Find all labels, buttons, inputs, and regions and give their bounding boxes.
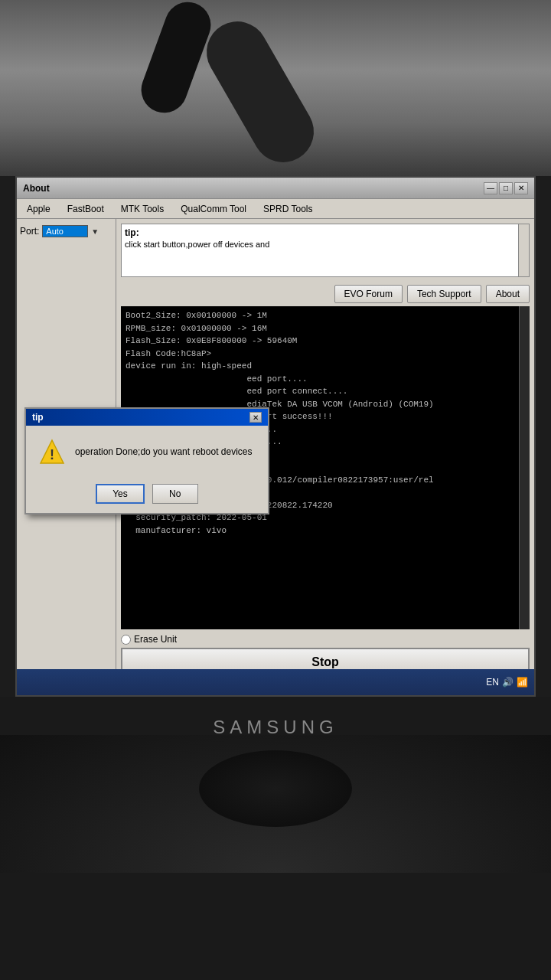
monitor-bezel: About — □ ✕ Apple FastBoot MTK Tools Qua… xyxy=(0,176,551,735)
dialog-box: tip ✕ ! operation Done;do you want reboo… xyxy=(24,407,269,514)
dialog-title-bar: tip ✕ xyxy=(26,409,268,426)
dialog-overlay: tip ✕ ! operation Done;do you want reboo… xyxy=(17,178,534,695)
screen: About — □ ✕ Apple FastBoot MTK Tools Qua… xyxy=(15,176,536,697)
dialog-close-button[interactable]: ✕ xyxy=(249,412,262,423)
monitor-stand xyxy=(0,735,551,873)
dialog-message: operation Done;do you want reboot device… xyxy=(75,446,253,457)
dialog-title: tip xyxy=(32,412,44,423)
dialog-content: ! operation Done;do you want reboot devi… xyxy=(26,426,268,478)
photo-background xyxy=(0,0,551,176)
dialog-no-button[interactable]: No xyxy=(152,484,198,504)
warning-icon: ! xyxy=(38,438,66,466)
svg-text:!: ! xyxy=(50,447,54,462)
dialog-yes-button[interactable]: Yes xyxy=(96,484,145,504)
dialog-buttons: Yes No xyxy=(26,478,268,513)
